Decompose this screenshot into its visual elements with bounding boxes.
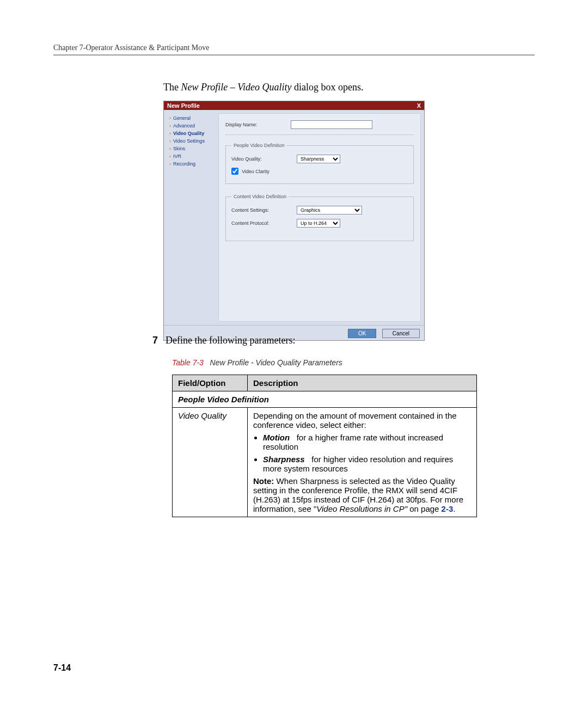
separator — [225, 134, 414, 135]
sidebar-item-ivr[interactable]: IVR — [166, 152, 216, 160]
note-onpage: on page — [407, 504, 442, 513]
table-caption-text: New Profile - Video Quality Parameters — [210, 358, 342, 367]
intro-italic: New Profile – Video Quality — [181, 82, 291, 93]
dialog-sidebar: General Advanced Video Quality Video Set… — [164, 110, 218, 325]
row-video-quality-desc: Depending on the amount of movement cont… — [248, 408, 477, 517]
ok-button[interactable]: OK — [348, 329, 376, 338]
note-ref: Video Resolutions in CP" — [316, 504, 407, 513]
video-quality-select[interactable]: Sharpness — [297, 155, 340, 163]
th-description: Description — [248, 375, 477, 391]
sidebar-item-general[interactable]: General — [166, 114, 216, 122]
chapter-header: Chapter 7-Operator Assistance & Particip… — [53, 44, 535, 52]
step-number: 7 — [152, 335, 158, 346]
sidebar-item-advanced[interactable]: Advanced — [166, 122, 216, 130]
page-number: 7-14 — [53, 663, 71, 673]
content-video-fieldset: Content Video Definition Content Setting… — [225, 194, 414, 241]
table-caption: Table 7-3 New Profile - Video Quality Pa… — [172, 358, 342, 367]
row-video-quality-field: Video Quality — [173, 408, 248, 517]
dialog-title-text: New Profile — [167, 102, 200, 109]
table-label: Table 7-3 — [172, 358, 204, 367]
sidebar-item-video-settings[interactable]: Video Settings — [166, 137, 216, 145]
display-name-input[interactable] — [291, 120, 372, 129]
sidebar-item-recording[interactable]: Recording — [166, 160, 216, 168]
bullet-sharpness: Sharpness for higher video resolution an… — [263, 455, 471, 473]
bullet-sharpness-term: Sharpness — [263, 455, 305, 464]
video-clarity-label: Video Clarity — [242, 169, 270, 174]
content-protocol-select[interactable]: Up to H.264 — [297, 219, 340, 228]
sidebar-item-skins[interactable]: Skins — [166, 145, 216, 152]
header-rule — [53, 54, 535, 56]
content-protocol-label: Content Protocol: — [231, 220, 297, 226]
note-period: . — [453, 504, 455, 513]
bullet-motion-term: Motion — [263, 433, 290, 442]
th-field: Field/Option — [173, 375, 248, 391]
cancel-button[interactable]: Cancel — [382, 329, 420, 338]
step-text: Define the following parameters: — [166, 335, 295, 346]
intro-suffix: dialog box opens. — [291, 82, 363, 93]
desc-intro: Depending on the amount of movement cont… — [253, 411, 457, 430]
note-block: Note: When Sharpness is selected as the … — [253, 476, 471, 513]
content-settings-label: Content Settings: — [231, 207, 297, 213]
people-video-legend: People Video Definition — [231, 143, 286, 148]
step-7: 7 Define the following parameters: — [152, 335, 295, 346]
video-clarity-checkbox[interactable] — [231, 168, 238, 175]
video-quality-label: Video Quality: — [231, 156, 297, 162]
section-people-video: People Video Definition — [173, 391, 477, 408]
sidebar-item-video-quality[interactable]: Video Quality — [166, 130, 216, 137]
parameters-table: Field/Option Description People Video De… — [172, 375, 477, 517]
dialog-content: Display Name: People Video Definition Vi… — [218, 113, 421, 322]
content-settings-select[interactable]: Graphics — [297, 206, 362, 214]
bullet-motion: Motion for a higher frame rate without i… — [263, 433, 471, 451]
people-video-fieldset: People Video Definition Video Quality: S… — [225, 143, 414, 184]
intro-text: The New Profile – Video Quality dialog b… — [163, 82, 363, 93]
content-video-legend: Content Video Definition — [231, 194, 289, 199]
intro-prefix: The — [163, 82, 181, 93]
note-label: Note: — [253, 476, 274, 486]
bullet-motion-text: for a higher frame rate without increase… — [263, 433, 443, 451]
note-pagenum: 2-3 — [442, 504, 454, 513]
close-icon[interactable]: X — [417, 102, 421, 109]
new-profile-dialog: New Profile X General Advanced Video Qua… — [163, 101, 425, 341]
dialog-titlebar[interactable]: New Profile X — [164, 101, 424, 110]
display-name-label: Display Name: — [225, 122, 291, 127]
